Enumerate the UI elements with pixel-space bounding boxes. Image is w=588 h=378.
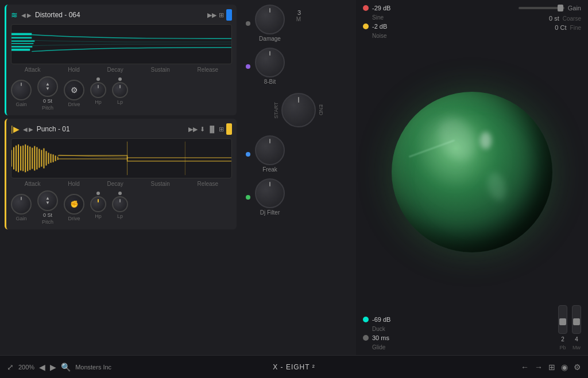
grid-icon[interactable]: ⊞ [219, 11, 224, 19]
ch2-download-icon[interactable]: ⬇ [200, 126, 205, 133]
damage-knob[interactable] [255, 5, 285, 34]
gain-slider[interactable] [519, 7, 564, 9]
fwd-arrow-icon[interactable]: → [535, 363, 543, 372]
ch2-drive-group: ✊ Drive [64, 194, 84, 221]
ch2-lp-group: Lp [112, 196, 128, 219]
freak-dot [246, 152, 250, 157]
ch2-hp-knob[interactable] [90, 196, 106, 212]
ch1-drive-group: ⚙ Drive [64, 80, 84, 107]
coarse-label: Coarse [563, 15, 581, 22]
channel-2-color-block [226, 123, 232, 135]
zoom-level: 200% [18, 364, 34, 371]
8bit-label: 8-Bit [264, 79, 276, 85]
ch2-hp-label: Hp [95, 213, 102, 219]
mw-slider-group: 4 Mw [572, 305, 581, 350]
channel-2-nav[interactable]: ◀▶ [23, 126, 33, 133]
back-arrow-icon[interactable]: ← [521, 363, 529, 372]
start-label: START [273, 102, 279, 119]
circle-bottom-icon[interactable]: ◉ [561, 363, 568, 372]
pb-label: Pb [559, 345, 566, 350]
middle-panel: 3 M Damage 8-Bit START END [241, 0, 356, 355]
ch1-drive-knob[interactable]: ⚙ [64, 80, 84, 100]
ch1-drive-label: Drive [68, 102, 80, 107]
ch2-pitch-knob[interactable]: ▲▼ [37, 190, 58, 211]
ch1-pitch-value: 0 St [43, 98, 52, 104]
gear-bottom-icon[interactable]: ⚙ [574, 363, 581, 372]
ch2-lp-label: Lp [117, 213, 123, 219]
mw-slider[interactable] [572, 305, 581, 334]
glide-dot [363, 335, 369, 341]
ch1-gain-label: Gain [16, 102, 26, 107]
ch1-hp-group: Hp [90, 82, 106, 105]
ch1-lp-knob[interactable] [112, 82, 128, 98]
ch1-hp-knob[interactable] [90, 82, 106, 98]
pb-slider-group: 2 Pb [558, 305, 567, 350]
sustain-label: Sustain [150, 67, 169, 73]
left-panel: ≋ ◀▶ Distorted - 064 ▶▶ ⊞ [0, 0, 241, 355]
sine-type: Sine [372, 14, 384, 21]
ch2-drive-label: Drive [68, 216, 80, 221]
duck-row: -69 dB [363, 316, 390, 323]
mw-slider-thumb [573, 318, 580, 325]
sphere-container[interactable] [356, 44, 588, 301]
ch2-hp-group: Hp [90, 196, 106, 219]
coarse-row: 0 st Coarse [549, 15, 581, 22]
ch1-gain-knob[interactable] [11, 80, 32, 100]
sine-level-row: -29 dB [363, 5, 390, 11]
ch2-drive-knob[interactable]: ✊ [64, 194, 84, 215]
level-info: -29 dB Sine -2 dB Noise [363, 5, 390, 39]
djfilter-knob[interactable] [255, 178, 285, 208]
bottom-right: ← → ⊞ ◉ ⚙ [393, 363, 581, 372]
search-icon[interactable]: 🔍 [61, 363, 71, 372]
pb-slider[interactable] [558, 305, 567, 334]
ch2-sustain-label: Sustain [150, 181, 169, 187]
ch1-pitch-knob[interactable]: ▲▼ [37, 76, 58, 97]
bottom-right-info: -69 dB Duck 30 ms Glide [356, 301, 588, 355]
channel-1-waveform[interactable] [11, 24, 232, 64]
freak-knob[interactable] [255, 135, 285, 165]
play-icon[interactable]: ▶▶ [207, 11, 216, 19]
3d-sphere[interactable] [392, 92, 552, 252]
startend-knob[interactable] [281, 93, 316, 127]
fine-row: 0 Ct Fine [555, 24, 581, 31]
channel-1-controls: ▶▶ ⊞ [207, 9, 232, 21]
nav-left-icon[interactable]: ◀ [39, 363, 45, 372]
ch2-lp-knob[interactable] [112, 196, 128, 212]
damage-dot [246, 21, 250, 26]
ch1-hp-label: Hp [95, 99, 102, 105]
fine-label: Fine [570, 25, 581, 31]
duck-db: -69 dB [372, 316, 390, 323]
nav-right-icon[interactable]: ▶ [50, 363, 56, 372]
pb-slider-thumb [559, 318, 566, 325]
glide-ms: 30 ms [372, 334, 389, 341]
8bit-knob[interactable] [255, 48, 285, 77]
8bit-effect: 8-Bit [246, 48, 351, 85]
freak-knob-container: Freak [255, 135, 285, 173]
hold-label: Hold [68, 67, 80, 73]
ch2-pitch-value: 0 St [43, 212, 52, 218]
ch2-bars-icon[interactable]: ▐▌ [207, 126, 216, 133]
expand-icon[interactable]: ⤢ [7, 363, 14, 372]
svg-rect-2 [11, 40, 34, 42]
8bit-knob-container: 8-Bit [255, 48, 285, 85]
ch2-play-icon[interactable]: ▶▶ [188, 126, 198, 133]
start-end-markers: START END [246, 93, 351, 127]
djfilter-label: Dj Filter [260, 209, 280, 216]
mw-label: Mw [572, 345, 581, 350]
channel-2-waveform[interactable] [11, 138, 232, 178]
grid-bottom-icon[interactable]: ⊞ [548, 363, 555, 372]
ch1-pitch-label: Pitch [42, 105, 53, 111]
right-panel: -29 dB Sine -2 dB Noise [356, 0, 588, 355]
svg-rect-1 [11, 37, 32, 38]
noise-dot [363, 24, 369, 29]
attack-label: Attack [25, 67, 41, 73]
gain-row: Gain [519, 5, 581, 11]
ch2-gain-knob[interactable] [11, 194, 32, 215]
app-title: X - EIGHT ² [273, 363, 315, 371]
ch2-grid-icon[interactable]: ⊞ [219, 126, 224, 133]
ch1-gain-group: Gain [11, 80, 32, 107]
bottom-center: X - EIGHT ² [200, 363, 388, 371]
project-name: Monsters Inc [75, 364, 111, 371]
channel-1-nav[interactable]: ◀▶ [21, 12, 32, 18]
glide-row: 30 ms [363, 334, 390, 341]
